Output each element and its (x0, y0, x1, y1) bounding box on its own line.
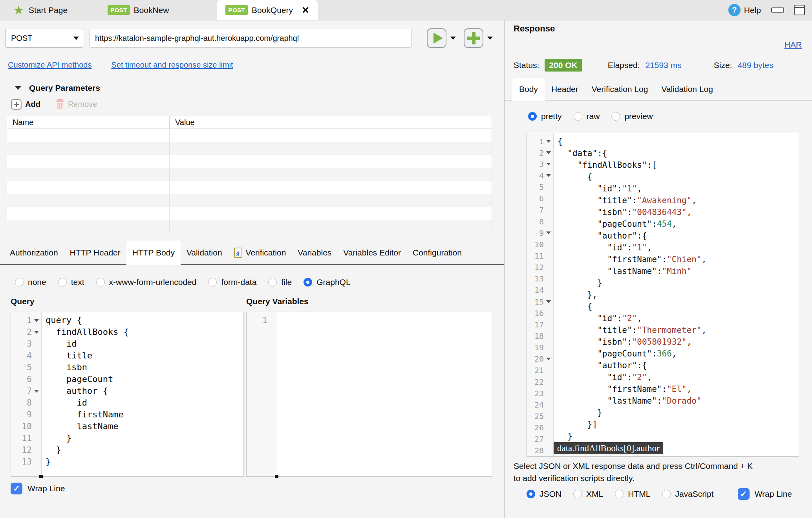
tab-configuration[interactable]: Configuration (407, 241, 468, 265)
har-link[interactable]: HAR (785, 40, 802, 50)
param-name-cell[interactable] (7, 194, 170, 207)
help-button[interactable]: ? Help (728, 4, 761, 16)
code-line[interactable]: } (46, 444, 243, 456)
fold-arrow-icon[interactable] (34, 390, 39, 393)
query-parameters-header[interactable]: Query Parameters (15, 83, 100, 93)
tab-start-page[interactable]: ★Start Page (5, 0, 76, 20)
radio-icon[interactable] (615, 490, 624, 498)
view-mode-option-raw[interactable]: raw (574, 112, 600, 121)
body-type-option-none[interactable]: none (15, 277, 46, 287)
customize-api-methods-link[interactable]: Customize API methods (8, 61, 91, 70)
table-row[interactable] (7, 142, 492, 155)
view-mode-option-pretty[interactable]: pretty (528, 112, 562, 121)
radio-selected-icon[interactable] (528, 112, 537, 121)
code-line[interactable]: "id":"2", (558, 312, 799, 324)
collapse-triangle-icon[interactable] (15, 86, 21, 90)
response-body-editor[interactable]: 1234567891011121314151617181920212223242… (527, 133, 799, 457)
table-row[interactable] (7, 220, 492, 233)
radio-icon[interactable] (15, 278, 24, 287)
param-name-cell[interactable] (7, 129, 170, 142)
tab-validation-log[interactable]: Validation Log (655, 78, 720, 101)
code-line[interactable]: "findAllBooks":[ (558, 159, 799, 171)
radio-icon[interactable] (268, 278, 277, 287)
param-name-cell[interactable] (7, 220, 170, 233)
code-line[interactable]: title (46, 350, 243, 362)
radio-icon[interactable] (573, 490, 582, 498)
param-value-cell[interactable] (170, 181, 492, 194)
param-value-cell[interactable] (170, 155, 492, 168)
fold-toggle[interactable] (544, 231, 553, 234)
fold-arrow-icon[interactable] (546, 151, 551, 154)
param-value-cell[interactable] (170, 207, 492, 220)
code-line[interactable]: } (558, 277, 799, 289)
code-line[interactable]: "id":"1", (558, 242, 799, 253)
code-line[interactable]: "data":{ (558, 147, 799, 159)
code-line[interactable]: } (558, 407, 799, 419)
table-row[interactable] (7, 155, 492, 168)
code-line[interactable]: "isbn":"004836443", (558, 206, 799, 218)
send-request-button[interactable] (427, 28, 446, 48)
code-line[interactable]: { (558, 301, 799, 312)
code-line[interactable]: id (46, 397, 243, 409)
body-type-option-x-www-form-urlencoded[interactable]: x-www-form-urlencoded (96, 277, 197, 287)
column-header-value[interactable]: Value (170, 118, 195, 127)
tab-validation[interactable]: Validation (181, 241, 228, 265)
wrap-line-toggle-request[interactable]: Wrap Line (11, 483, 65, 494)
body-type-option-graphql[interactable]: GraphQL (304, 277, 350, 287)
view-mode-option-preview[interactable]: preview (611, 112, 653, 121)
code-line[interactable]: } (558, 430, 799, 442)
method-select[interactable]: POST (5, 29, 83, 48)
radio-icon[interactable] (574, 112, 582, 121)
radio-icon[interactable] (96, 278, 105, 287)
param-value-cell[interactable] (170, 168, 492, 181)
fold-toggle[interactable] (544, 140, 553, 143)
tab-variables[interactable]: Variables (292, 241, 337, 265)
fold-arrow-icon[interactable] (546, 140, 551, 143)
fold-toggle[interactable] (32, 319, 41, 322)
query-editor-code[interactable]: query { findAllBooks { id title isbn pag… (42, 312, 243, 476)
query-variables-editor[interactable]: 1 (246, 312, 492, 477)
radio-selected-icon[interactable] (527, 490, 535, 498)
fold-arrow-icon[interactable] (546, 358, 551, 360)
code-line[interactable]: { (558, 136, 799, 147)
code-line[interactable]: firstName (46, 409, 243, 421)
code-line[interactable]: "id":"1", (558, 183, 799, 195)
method-select-arrow[interactable] (69, 29, 83, 47)
tab-variables-editor[interactable]: Variables Editor (337, 241, 407, 265)
body-type-option-file[interactable]: file (268, 277, 292, 287)
radio-icon[interactable] (208, 278, 217, 287)
minimize-button[interactable] (771, 7, 784, 13)
code-line[interactable]: }] (558, 419, 799, 430)
code-line[interactable] (281, 314, 492, 326)
fold-arrow-icon[interactable] (34, 319, 39, 322)
tab-booknew[interactable]: POSTBookNew (99, 0, 177, 20)
body-type-option-form-data[interactable]: form-data (208, 277, 256, 287)
tab-header[interactable]: Header (545, 78, 585, 101)
fold-arrow-icon[interactable] (546, 300, 551, 303)
code-line[interactable]: pageCount (46, 373, 243, 385)
checkbox-checked-icon[interactable] (738, 488, 750, 500)
table-row[interactable] (7, 181, 492, 194)
tab-authorization[interactable]: Authorization (4, 241, 64, 265)
param-name-cell[interactable] (7, 155, 170, 168)
code-line[interactable]: "firstName":"Chien", (558, 253, 799, 265)
code-line[interactable]: isbn (46, 362, 243, 373)
code-line[interactable]: }, (558, 289, 799, 301)
param-name-cell[interactable] (7, 181, 170, 194)
param-name-cell[interactable] (7, 207, 170, 220)
param-value-cell[interactable] (170, 220, 492, 233)
code-line[interactable]: "lastName":"Dorado" (558, 395, 799, 407)
param-value-cell[interactable] (170, 194, 492, 207)
fold-arrow-icon[interactable] (546, 163, 551, 165)
param-value-cell[interactable] (170, 142, 492, 155)
radio-selected-icon[interactable] (304, 278, 312, 287)
code-line[interactable]: } (46, 432, 243, 444)
wrap-line-toggle-response[interactable]: Wrap Line (738, 488, 792, 500)
format-option-json[interactable]: JSON (527, 489, 561, 499)
tab-http-header[interactable]: HTTP Header (64, 241, 126, 265)
tab-http-body[interactable]: HTTP Body (126, 241, 181, 265)
radio-icon[interactable] (611, 112, 620, 121)
table-row[interactable] (7, 168, 492, 181)
url-input[interactable] (90, 29, 412, 48)
fold-toggle[interactable] (544, 151, 553, 154)
